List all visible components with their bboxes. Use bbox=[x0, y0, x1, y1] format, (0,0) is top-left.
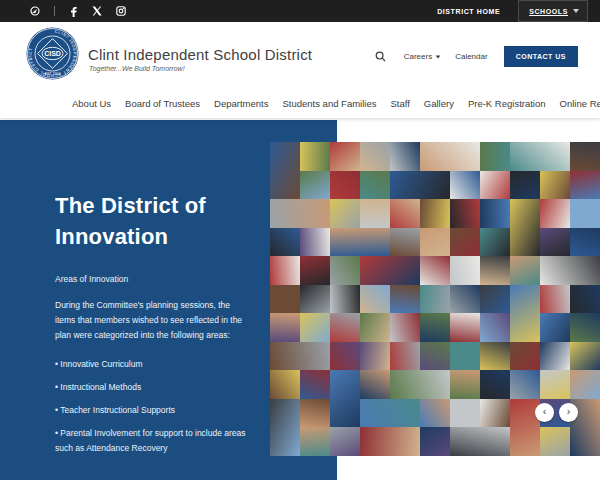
collage-photo-tile bbox=[330, 142, 360, 171]
top-utility-bar: DISTRICT HOME SCHOOLS bbox=[0, 0, 600, 22]
list-item: Innovative Curriculum bbox=[55, 357, 255, 372]
nav-item-prek-registration[interactable]: Pre-K Registration bbox=[468, 98, 546, 109]
collage-photo-tile bbox=[420, 285, 450, 314]
collage-photo-tile bbox=[480, 456, 510, 457]
collage-photo-tile bbox=[570, 142, 600, 171]
careers-dropdown[interactable]: Careers bbox=[404, 52, 441, 61]
collage-photo-tile bbox=[540, 199, 570, 228]
nav-item-about-us[interactable]: About Us bbox=[72, 98, 111, 109]
collage-photo-tile bbox=[450, 171, 480, 200]
collage-photo-tile bbox=[540, 285, 570, 314]
collage-photo-tile bbox=[330, 171, 360, 200]
collage-photo-tile bbox=[300, 171, 330, 200]
collage-photo-tile bbox=[270, 285, 300, 314]
nav-item-staff[interactable]: Staff bbox=[390, 98, 409, 109]
collage-photo-tile bbox=[330, 256, 360, 285]
chevron-down-icon bbox=[573, 9, 579, 13]
collage-photo-tile bbox=[570, 171, 600, 200]
collage-photo-tile bbox=[540, 342, 570, 371]
nav-item-gallery[interactable]: Gallery bbox=[424, 98, 454, 109]
collage-photo-tile bbox=[300, 456, 360, 457]
collage-photo-tile bbox=[360, 256, 420, 285]
svg-text:CISD: CISD bbox=[44, 50, 61, 57]
search-icon[interactable] bbox=[375, 51, 386, 62]
facebook-icon[interactable] bbox=[69, 6, 78, 17]
page: DISTRICT HOME SCHOOLS CLINT INDEPENDENT … bbox=[0, 0, 600, 480]
collage-photo-tile bbox=[270, 313, 300, 342]
collage-photo-tile bbox=[450, 199, 480, 228]
collage-photo-tile bbox=[390, 171, 450, 200]
list-item: Parental Involvement for support to incl… bbox=[55, 426, 255, 456]
collage-photo-tile bbox=[510, 256, 540, 285]
collage-photo-tile bbox=[390, 199, 420, 228]
collage-photo-tile bbox=[270, 342, 330, 371]
collage-photo-tile bbox=[420, 313, 450, 342]
collage-photo-tile bbox=[390, 342, 420, 371]
collage-photo-tile bbox=[480, 342, 510, 371]
collage-photo-tile bbox=[570, 370, 600, 399]
collage-photo-tile bbox=[570, 199, 600, 228]
district-logo[interactable]: CLINT INDEPENDENT SCHOOL DISTRICT CISD E… bbox=[26, 27, 79, 84]
topbar-divider bbox=[54, 6, 55, 16]
carousel-prev-button[interactable]: ‹ bbox=[535, 403, 554, 422]
header-actions: Careers Calendar CONTACT US bbox=[375, 46, 578, 67]
collage-photo-tile bbox=[510, 199, 540, 256]
contact-us-button[interactable]: CONTACT US bbox=[504, 46, 578, 67]
collage-photo-tile bbox=[480, 285, 510, 314]
district-home-link[interactable]: DISTRICT HOME bbox=[437, 8, 500, 15]
collage-photo-tile bbox=[480, 199, 510, 228]
collage-photo-tile bbox=[420, 256, 450, 285]
collage-photo-tile bbox=[480, 256, 510, 285]
hero-heading: The District of Innovation bbox=[55, 190, 235, 252]
collage-photo-tile bbox=[450, 399, 480, 428]
site-title[interactable]: Clint Independent School District bbox=[88, 46, 312, 63]
collage-photo-tile bbox=[480, 313, 510, 342]
collage-photo-tile bbox=[420, 228, 450, 257]
collage-photo-tile bbox=[450, 313, 480, 342]
collage-photo-tile bbox=[330, 285, 360, 314]
collage-photo-tile bbox=[570, 228, 600, 257]
collage-photo-tile bbox=[300, 142, 330, 171]
nav-item-departments[interactable]: Departments bbox=[214, 98, 268, 109]
collage-photo-tile bbox=[360, 285, 390, 314]
peachjar-icon[interactable] bbox=[30, 6, 40, 16]
nav-item-online-registration[interactable]: Online Registration bbox=[560, 98, 600, 109]
collage-photo-tile bbox=[510, 370, 540, 399]
collage-photo-tile bbox=[270, 256, 300, 285]
list-item: Instructional Methods bbox=[55, 380, 255, 395]
collage-photo-tile bbox=[360, 399, 420, 428]
chevron-right-icon: › bbox=[567, 406, 571, 417]
collage-photo-tile bbox=[360, 370, 390, 399]
collage-photo-tile bbox=[540, 456, 570, 457]
collage-photo-tile bbox=[330, 313, 360, 342]
hero-paragraph: During the Committee's planning sessions… bbox=[55, 298, 245, 343]
collage-photo-tile bbox=[540, 370, 570, 399]
collage-photo-tile bbox=[390, 228, 420, 257]
hero-bullet-list: Innovative Curriculum Instructional Meth… bbox=[55, 357, 255, 456]
nav-item-board-of-trustees[interactable]: Board of Trustees bbox=[125, 98, 200, 109]
x-twitter-icon[interactable] bbox=[92, 6, 102, 16]
schools-dropdown[interactable]: SCHOOLS bbox=[518, 0, 588, 22]
collage-photo-tile bbox=[450, 285, 480, 314]
collage-photo-tile bbox=[540, 256, 600, 285]
collage-photo-tile bbox=[270, 228, 300, 257]
collage-photo-tile bbox=[570, 342, 600, 371]
collage-photo-tile bbox=[360, 199, 390, 228]
collage-photo-tile bbox=[300, 256, 330, 285]
collage-photo-tile bbox=[510, 142, 570, 171]
calendar-label: Calendar bbox=[455, 52, 487, 61]
collage-photo-tile bbox=[390, 370, 450, 399]
instagram-icon[interactable] bbox=[116, 6, 126, 16]
collage-photo-tile bbox=[540, 427, 570, 456]
nav-item-students-and-families[interactable]: Students and Families bbox=[282, 98, 376, 109]
collage-photo-tile bbox=[540, 313, 570, 342]
collage-photo-tile bbox=[330, 228, 390, 257]
collage-photo-tile bbox=[300, 313, 330, 342]
collage-photo-tile bbox=[450, 228, 480, 257]
collage-photo-tile bbox=[270, 142, 300, 199]
carousel-next-button[interactable]: › bbox=[559, 403, 578, 422]
collage-photo-tile bbox=[390, 456, 450, 457]
collage-photo-tile bbox=[480, 370, 510, 399]
collage-photo-tile bbox=[270, 399, 300, 456]
calendar-link[interactable]: Calendar bbox=[455, 52, 487, 61]
